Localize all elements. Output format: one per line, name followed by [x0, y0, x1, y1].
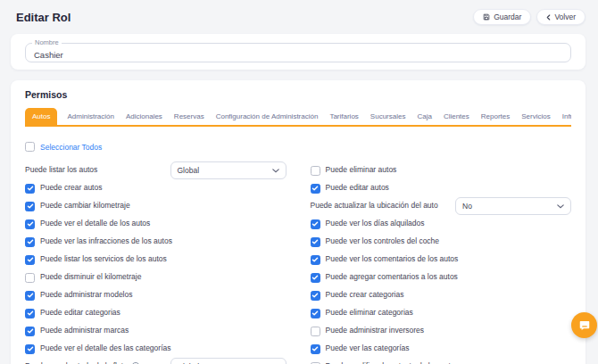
tab-clientes[interactable]: Clientes	[442, 108, 471, 125]
chevron-down-icon	[557, 204, 564, 209]
permission-row: Puede ver el detalle de los autos	[25, 215, 287, 233]
permission-label: Puede editar autos	[326, 184, 389, 192]
permission-row: Puede disminuir el kilometraje	[25, 269, 287, 286]
save-icon	[483, 13, 490, 21]
permission-checkbox[interactable]	[311, 344, 320, 354]
permission-label: Puede ver las categorías	[326, 344, 410, 352]
name-field: Nombre	[25, 43, 571, 62]
permission-checkbox[interactable]	[311, 166, 320, 176]
permission-checkbox[interactable]	[25, 327, 35, 336]
permission-checkbox[interactable]	[25, 202, 35, 211]
permission-checkbox[interactable]	[311, 184, 320, 194]
tab-caja[interactable]: Caja	[415, 108, 433, 125]
tab-reportes[interactable]: Reportes	[479, 108, 511, 125]
permission-row: Puede administrar inversores	[311, 322, 572, 340]
tab-adicionales[interactable]: Adicionales	[124, 108, 164, 125]
chat-bubble-icon	[578, 319, 591, 332]
permission-label: Puede administrar marcas	[40, 327, 129, 335]
permission-row: Puede editar categorias	[25, 304, 287, 322]
permission-label: Puede eliminar autos	[326, 166, 397, 174]
permission-label: Puede ver los controles del coche	[326, 237, 440, 245]
permission-row: Puede eliminar autos	[311, 161, 572, 179]
select-all-row[interactable]: Seleccionar Todos	[25, 142, 571, 152]
permission-row: Puede cambiar kilometraje	[25, 197, 287, 215]
permission-label: Puede administrar modelos	[40, 291, 132, 299]
tab-reservas[interactable]: Reservas	[172, 108, 206, 125]
tab-sucursales[interactable]: Sucursales	[369, 108, 408, 125]
permission-checkbox[interactable]	[311, 237, 320, 247]
select-all-checkbox[interactable]	[25, 142, 35, 152]
permission-checkbox[interactable]	[311, 219, 320, 229]
permission-row: Puede administrar modelos	[25, 286, 287, 304]
permission-label: Puede listar los servicios de los autos	[40, 255, 167, 263]
permissions-heading: Permisos	[25, 89, 571, 100]
permission-checkbox[interactable]	[311, 309, 320, 318]
chevron-down-icon	[272, 169, 279, 173]
name-field-label: Nombre	[32, 39, 62, 46]
permission-label: Puede listar los autos	[25, 166, 97, 174]
save-button[interactable]: Guardar	[473, 9, 531, 25]
permission-label: Puede crear autos	[40, 184, 102, 192]
permission-row: Puede crear categorias	[311, 286, 572, 304]
permission-checkbox[interactable]	[25, 219, 35, 229]
permission-row: Puede agregar comentarios a los autos	[311, 269, 572, 286]
chevron-left-icon	[546, 14, 551, 21]
back-button-label: Volver	[554, 12, 576, 21]
permission-select[interactable]: No	[455, 197, 571, 215]
tab-tarifarios[interactable]: Tarifarios	[328, 108, 360, 125]
permission-label: Puede ver el detalle de los autos	[40, 219, 150, 228]
permission-checkbox[interactable]	[25, 273, 35, 283]
permission-label: Puede ver los días alquilados	[326, 219, 425, 228]
chat-launcher-button[interactable]	[571, 312, 597, 338]
tab-autos[interactable]: Autos	[25, 108, 57, 125]
permission-row: Puede editar autos	[311, 179, 572, 197]
permission-checkbox[interactable]	[311, 255, 320, 265]
permission-row: Puede ver las categorías	[311, 340, 572, 358]
permission-label: Puede actualizar la ubicación del auto	[311, 202, 438, 210]
permission-label: Puede disminuir el kilometraje	[40, 273, 141, 281]
permission-label: Puede ver las infracciones de los autos	[40, 237, 172, 245]
permission-select-value: No	[462, 202, 472, 211]
permission-checkbox[interactable]	[311, 327, 320, 336]
name-input[interactable]	[25, 43, 571, 62]
tab-configuración-de-administración[interactable]: Configuración de Administración	[214, 108, 320, 125]
header-actions: Guardar Volver	[473, 9, 586, 25]
permission-row: Puede administrar marcas	[25, 322, 287, 340]
tab-servicios[interactable]: Servicios	[519, 108, 552, 125]
permission-checkbox[interactable]	[25, 184, 35, 194]
permission-row: Puede modificar la patente de los autos	[311, 358, 572, 364]
permissions-card: Permisos AutosAdministraciónAdicionalesR…	[11, 80, 586, 364]
permission-label: Puede ver los comentarios de los autos	[326, 255, 459, 263]
tab-administración[interactable]: Administración	[65, 108, 115, 125]
permission-label: Puede eliminar categorias	[326, 309, 413, 317]
permission-label: Puede cambiar kilometraje	[40, 202, 130, 210]
permission-checkbox[interactable]	[311, 273, 320, 283]
tab-infracciones[interactable]: Infracciones	[561, 108, 571, 125]
page-title: Editar Rol	[16, 11, 71, 24]
permission-checkbox[interactable]	[311, 291, 320, 301]
permissions-grid: Puede listar los autosGlobalPuede elimin…	[25, 161, 571, 364]
permission-checkbox[interactable]	[25, 344, 35, 354]
permission-row: Puede listar los autosGlobal	[25, 161, 287, 179]
permissions-tabs: AutosAdministraciónAdicionalesReservasCo…	[25, 108, 571, 127]
permission-label: Puede agregar comentarios a los autos	[326, 273, 458, 281]
permission-row: Puede ver el estado de la flota?Global	[25, 358, 287, 364]
permission-row: Puede ver los controles del coche	[311, 233, 572, 251]
permission-checkbox[interactable]	[25, 309, 35, 318]
back-button[interactable]: Volver	[536, 9, 586, 25]
permission-label: Puede administrar inversores	[326, 327, 425, 335]
permission-select[interactable]: Global	[170, 161, 287, 179]
permission-row: Puede ver los días alquilados	[311, 215, 572, 233]
name-card: Nombre	[11, 34, 586, 70]
permission-row: Puede listar los servicios de los autos	[25, 251, 287, 269]
permission-checkbox[interactable]	[25, 291, 35, 301]
permission-select[interactable]: Global	[170, 358, 287, 364]
permission-label: Puede editar categorias	[40, 309, 120, 317]
permission-checkbox[interactable]	[25, 255, 35, 265]
permission-checkbox[interactable]	[25, 237, 35, 247]
permission-select-value: Global	[178, 166, 200, 175]
save-button-label: Guardar	[494, 12, 521, 21]
permission-label: Puede ver el detalle des las categorías	[40, 344, 170, 352]
permission-label: Puede crear categorias	[326, 291, 404, 299]
select-all-label: Seleccionar Todos	[40, 143, 102, 152]
